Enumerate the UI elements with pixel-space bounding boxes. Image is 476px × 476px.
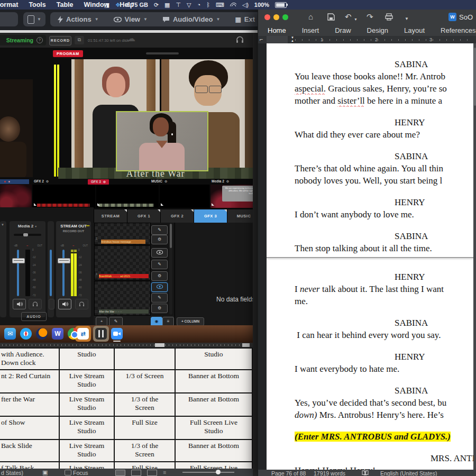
session-doc-button[interactable]: ▼ — [23, 12, 45, 26]
solo-headphone-button[interactable] — [29, 299, 42, 309]
web-layout-view-button[interactable] — [131, 470, 141, 476]
language-label[interactable]: English (United States) — [380, 470, 437, 476]
gear-icon[interactable]: ⚙ — [46, 179, 49, 183]
tab-layout[interactable]: Layout — [404, 26, 425, 34]
calendar-icon[interactable]: ▦ — [164, 2, 170, 8]
menu-table[interactable]: Table — [57, 1, 74, 8]
gfx-layer-2[interactable]: ≡ BoardWalk ········ ad·2021· — [94, 245, 151, 280]
hanging-indent-marker[interactable]: ▲ — [291, 39, 294, 42]
layer-settings-button[interactable]: ⚙ — [151, 271, 168, 281]
text-tool-icon[interactable]: ⊤ — [176, 2, 181, 8]
monitor-label-gfx3-live[interactable]: GFX 3⚙ — [88, 179, 109, 185]
keyboard-icon[interactable]: ⌨ — [216, 2, 224, 8]
preview-thumb-music[interactable] — [160, 185, 209, 208]
list-view-button[interactable]: ≡ — [162, 317, 174, 325]
session-pill[interactable] — [0, 12, 18, 26]
proofing-error-icon[interactable] — [362, 470, 369, 476]
tab-selector-icon[interactable]: ⌐ — [260, 36, 263, 42]
headphone-icon[interactable] — [236, 36, 244, 43]
tab-insert[interactable]: Insert — [302, 26, 319, 34]
dock-office-icon[interactable]: W — [52, 328, 63, 340]
preview-thumb-gfx3[interactable] — [96, 185, 159, 208]
word-count[interactable]: 17919 words — [314, 470, 345, 476]
ruler-handle[interactable] — [242, 343, 250, 347]
undo-dropdown-icon[interactable]: ▼ — [354, 14, 358, 25]
draft-view-button[interactable]: ≡ — [163, 469, 166, 475]
preview-thumb-theater[interactable] — [0, 185, 32, 208]
preview-thumb-media2[interactable]: We are experiencing technical difficulti… — [210, 185, 253, 208]
menu-tools[interactable]: Tools — [29, 1, 45, 8]
dock-firefox-icon[interactable] — [36, 328, 48, 340]
language-label-tail[interactable]: d States) — [1, 470, 23, 476]
tab-design[interactable]: Design — [367, 26, 388, 34]
ruler-handle[interactable] — [155, 343, 164, 347]
solo-headphone-button[interactable] — [75, 299, 88, 309]
tab-stream[interactable]: STREAM — [94, 209, 127, 223]
layer-visibility-button-active[interactable] — [151, 282, 168, 292]
timemachine-icon[interactable]: ◔ — [197, 2, 201, 8]
toolbar-more-icon[interactable]: ▼ — [405, 14, 409, 24]
word-scrollbar[interactable] — [473, 43, 476, 470]
save-icon[interactable] — [327, 13, 335, 21]
mixer-strip-partial-mid[interactable] — [48, 221, 54, 317]
gfx-layer-3[interactable]: ≡ After the War ·· ·· ·· — [94, 281, 151, 316]
gear-icon[interactable]: ⚙ — [103, 179, 106, 185]
volume-icon[interactable]: ◁) — [242, 2, 249, 8]
tab-gfx3-active[interactable]: GFX 3 — [194, 209, 227, 223]
actions-menu[interactable]: Actions▼ — [50, 15, 106, 23]
zoom-slider-knob[interactable] — [216, 470, 221, 474]
add-layer-button[interactable]: + — [96, 317, 107, 325]
tab-draw[interactable]: Draw — [335, 26, 351, 34]
info-icon[interactable]: ? — [36, 37, 43, 43]
airplay-icon[interactable]: ▽ — [187, 2, 191, 8]
dock-zoom-icon[interactable] — [111, 328, 123, 340]
audio-panel-label[interactable]: AUDIO — [21, 312, 47, 321]
memory-indicator[interactable]: 6.75 GB — [126, 2, 148, 8]
volume-fader[interactable] — [17, 250, 19, 296]
camera-icon[interactable]: ◨ — [104, 2, 109, 8]
channel-name[interactable]: Media 2 ▼ — [10, 224, 45, 228]
layer-settings-button[interactable]: ⚙ — [151, 304, 168, 313]
volume-fader[interactable] — [62, 250, 65, 296]
mute-button[interactable] — [13, 299, 26, 309]
cloud-icon[interactable]: ☁ — [127, 33, 135, 43]
monitor-label-music[interactable]: MUSIC⚙ — [151, 179, 167, 183]
preview-toggle-button[interactable]: ◉ — [151, 317, 162, 325]
dock-safari-icon[interactable] — [20, 328, 32, 340]
dock-parallels-icon[interactable] — [95, 328, 107, 340]
fader-knob[interactable] — [12, 258, 25, 263]
print-layout-view-button[interactable] — [115, 470, 125, 476]
dock-mail-icon[interactable]: ✉ — [4, 328, 16, 340]
view-menu[interactable]: View▼ — [106, 15, 155, 23]
print-icon[interactable] — [385, 13, 393, 21]
record-button[interactable]: RECORD — [49, 36, 71, 45]
close-button[interactable] — [264, 14, 270, 20]
preview-thumb-gfx2[interactable] — [33, 185, 95, 208]
outline-view-button[interactable] — [147, 470, 157, 476]
tab-home[interactable]: Home — [268, 26, 286, 34]
audio-video-menu[interactable]: Audio/Video▼ — [155, 15, 228, 23]
wifi-icon[interactable] — [230, 3, 236, 7]
battery-icon[interactable] — [275, 2, 287, 8]
backup-icon[interactable]: ⟳ — [154, 2, 159, 8]
edit-layer-button[interactable]: ✎ — [151, 293, 168, 303]
dock-teamviewer-icon[interactable]: ⇄ — [77, 328, 89, 340]
focus-button[interactable]: Focus — [73, 470, 88, 476]
layer-settings-button[interactable]: ⚙ — [151, 235, 168, 244]
mixer-strip-partial-left[interactable]: ▼ — [0, 221, 6, 317]
gfx-scrollbar[interactable] — [169, 224, 172, 315]
menu-format[interactable]: Format — [0, 1, 18, 8]
add-column-button[interactable]: + COLUMN — [177, 317, 204, 325]
edit-layer-button[interactable]: ✎ — [151, 260, 168, 269]
fader-knob[interactable] — [58, 258, 70, 263]
maximize-button[interactable] — [282, 14, 288, 20]
monitor-label-media2[interactable]: Media 2⚙ — [212, 179, 229, 183]
share-icon[interactable]: ⧉ — [75, 36, 84, 44]
gear-icon[interactable]: ⚙ — [164, 179, 167, 183]
edit-button[interactable]: ✎ — [109, 317, 123, 325]
redo-icon[interactable]: ↷ — [367, 12, 373, 22]
tab-gfx1[interactable]: GFX 1 — [127, 209, 160, 223]
pan-slider[interactable] — [14, 234, 41, 236]
macro-record-icon[interactable]: ▣ — [42, 469, 48, 476]
word-ruler[interactable]: ⌐ ▼ ▲ 1 2 3 — [258, 36, 476, 43]
